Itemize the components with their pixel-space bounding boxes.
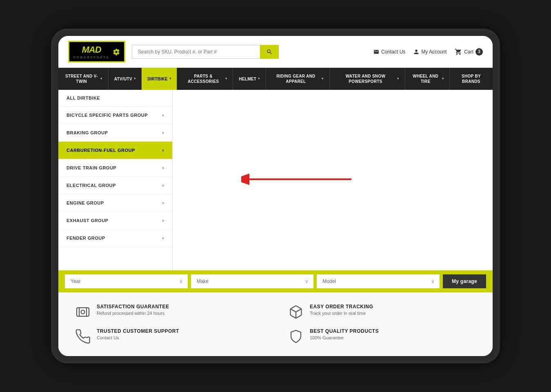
menu-item-electrical[interactable]: ELECTRICAL GROUP ›: [58, 177, 172, 194]
satisfaction-title: SATISFACTION GUARANTEE: [97, 304, 169, 310]
device-frame: MAD POWERSPORTS: [51, 29, 500, 363]
cart-icon: [455, 48, 462, 56]
logo-box: MAD POWERSPORTS: [68, 41, 125, 62]
chevron-down-icon: ▾: [225, 77, 227, 81]
cart-badge: 3: [475, 48, 483, 56]
chevron-right-icon: ›: [162, 200, 164, 206]
chevron-right-icon: ›: [162, 130, 164, 136]
header-actions: Contact Us My Account Cart 3: [373, 48, 483, 56]
nav-item-wheel-tire[interactable]: WHEEL AND TIRE ▾: [405, 68, 450, 90]
cart-label: Cart: [464, 49, 473, 55]
quality-title: BEST QUALITY PRODUCTS: [310, 328, 379, 334]
filter-bar: Year Make Model My garage: [58, 270, 493, 292]
chevron-down-icon: ▾: [397, 77, 399, 81]
email-icon: [373, 49, 379, 55]
svg-point-3: [81, 310, 85, 314]
menu-item-bicycle[interactable]: BICYCLE SPECIFIC PARTS GROUP ›: [58, 107, 172, 124]
header: MAD POWERSPORTS: [58, 36, 493, 68]
support-title: TRUSTED CUSTOMER SUPPORT: [97, 328, 179, 334]
cart-area[interactable]: Cart 3: [455, 48, 483, 56]
feature-quality: BEST QUALITY PRODUCTS 100% Guarantee: [288, 328, 476, 345]
svg-rect-2: [77, 308, 89, 316]
menu-item-engine[interactable]: ENGINE GROUP ›: [58, 194, 172, 212]
search-area: [132, 45, 279, 59]
search-icon: [266, 49, 273, 55]
my-garage-button[interactable]: My garage: [443, 274, 486, 288]
logo-sub: POWERSPORTS: [73, 56, 109, 59]
tracking-title: EASY ORDER TRACKING: [310, 304, 373, 310]
chevron-down-icon: ▾: [169, 77, 171, 81]
nav-item-shop-brands[interactable]: SHOP BY BRANDS: [450, 68, 493, 90]
satisfaction-desc: Refund processed within 24 hours: [97, 311, 169, 316]
annotation-arrow: [241, 167, 355, 192]
model-select[interactable]: Model: [317, 274, 440, 288]
dropdown-area: ALL DIRTBIKE BICYCLE SPECIFIC PARTS GROU…: [58, 90, 493, 270]
menu-item-braking[interactable]: BRAKING GROUP ›: [58, 124, 172, 142]
nav-item-street[interactable]: STREET AND V-TWIN ▾: [58, 68, 109, 90]
menu-item-carburetion[interactable]: CARBURETION-FUEL GROUP ›: [58, 142, 172, 159]
shield-icon: [288, 328, 304, 345]
account-icon: [413, 49, 419, 55]
logo-area: MAD POWERSPORTS: [68, 41, 125, 62]
my-account-link[interactable]: My Account: [413, 49, 447, 55]
phone-icon: [75, 328, 91, 345]
menu-item-drive-train[interactable]: DRIVE TRAIN GROUP ›: [58, 159, 172, 177]
model-select-wrap: Model: [317, 274, 440, 288]
year-select[interactable]: Year: [65, 274, 188, 288]
chevron-down-icon: ▾: [134, 77, 136, 81]
nav-item-helmet[interactable]: HELMET ▾: [233, 68, 266, 90]
contact-us-label: Contact Us: [381, 49, 405, 55]
feature-support: TRUSTED CUSTOMER SUPPORT Contact Us: [75, 328, 263, 345]
red-arrow-annotation: [241, 167, 355, 193]
nav-item-riding-gear[interactable]: RIDING GEAR AND APPAREL ▾: [266, 68, 330, 90]
gear-icon: [113, 48, 120, 56]
nav-item-dirtbike[interactable]: DIRTBIKE ▾: [142, 68, 177, 90]
support-desc: Contact Us: [97, 335, 179, 340]
quality-desc: 100% Guarantee: [310, 335, 379, 340]
feature-tracking: EASY ORDER TRACKING Track your order in …: [288, 304, 476, 320]
my-account-label: My Account: [421, 49, 447, 55]
chevron-right-icon: ›: [162, 235, 164, 241]
tracking-text: EASY ORDER TRACKING Track your order in …: [310, 304, 373, 316]
quality-text: BEST QUALITY PRODUCTS 100% Guarantee: [310, 328, 379, 340]
chevron-down-icon: ▾: [100, 77, 102, 81]
search-button[interactable]: [260, 45, 279, 59]
tracking-desc: Track your order in real time: [310, 311, 373, 316]
chevron-down-icon: ▾: [258, 77, 260, 81]
chevron-right-icon: ›: [162, 112, 164, 118]
support-text: TRUSTED CUSTOMER SUPPORT Contact Us: [97, 328, 179, 340]
chevron-down-icon: ▾: [322, 77, 323, 81]
menu-item-fender[interactable]: FENDER GROUP ›: [58, 229, 172, 247]
satisfaction-text: SATISFACTION GUARANTEE Refund processed …: [97, 304, 169, 316]
chevron-right-icon: ›: [162, 165, 164, 171]
nav-item-atv[interactable]: ATV/UTV ▾: [109, 68, 142, 90]
features-bar: SATISFACTION GUARANTEE Refund processed …: [58, 292, 493, 356]
screen: MAD POWERSPORTS: [58, 36, 493, 356]
feature-satisfaction: SATISFACTION GUARANTEE Refund processed …: [75, 304, 263, 320]
chevron-right-icon: ›: [162, 147, 164, 153]
chevron-right-icon: ›: [162, 218, 164, 223]
nav-item-parts[interactable]: PARTS & ACCESSORIES ▾: [177, 68, 233, 90]
year-select-wrap: Year: [65, 274, 188, 288]
dropdown-panel: ALL DIRTBIKE BICYCLE SPECIFIC PARTS GROU…: [58, 90, 173, 270]
menu-item-all-dirtbike[interactable]: ALL DIRTBIKE: [58, 90, 172, 107]
money-icon: [75, 304, 91, 320]
annotation-area: [173, 90, 493, 270]
contact-us-link[interactable]: Contact Us: [373, 49, 405, 55]
nav-item-water-snow[interactable]: WATER AND SNOW POWERSPORTS ▾: [330, 68, 405, 90]
make-select-wrap: Make: [191, 274, 314, 288]
search-input[interactable]: [132, 45, 260, 59]
logo-text: MAD: [82, 45, 101, 55]
navbar: STREET AND V-TWIN ▾ ATV/UTV ▾ DIRTBIKE ▾…: [58, 68, 493, 90]
chevron-right-icon: ›: [162, 183, 164, 188]
box-icon: [288, 304, 304, 320]
menu-item-exhaust[interactable]: EXHAUST GROUP ›: [58, 212, 172, 229]
make-select[interactable]: Make: [191, 274, 314, 288]
chevron-down-icon: ▾: [442, 77, 444, 81]
